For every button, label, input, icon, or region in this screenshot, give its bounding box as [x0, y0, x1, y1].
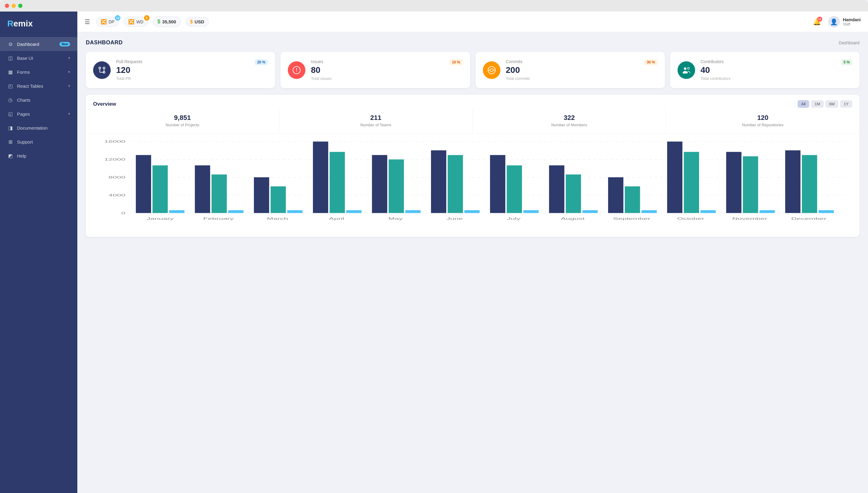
- stat-sub: Total PR: [116, 76, 249, 81]
- notification-bell[interactable]: 🔔 12: [813, 18, 821, 26]
- svg-rect-66: [785, 150, 800, 213]
- sidebar-item-documentation[interactable]: ◨ Documentation: [0, 121, 77, 135]
- stat-teams: 211 Number of Teams: [279, 108, 473, 133]
- dollar-icon: $: [157, 19, 160, 25]
- sidebar-item-label: Dashboard: [17, 42, 56, 47]
- currency-display: $ USD: [186, 17, 209, 27]
- svg-rect-60: [701, 210, 716, 213]
- sidebar-item-charts[interactable]: ◷ Charts: [0, 93, 77, 107]
- members-value: 322: [480, 114, 659, 122]
- filter-all[interactable]: All: [798, 100, 809, 108]
- menu-toggle-button[interactable]: ☰: [85, 18, 90, 25]
- svg-rect-50: [549, 166, 564, 213]
- help-icon: ◩: [7, 153, 13, 159]
- svg-rect-24: [169, 210, 184, 213]
- sidebar-item-forms[interactable]: ▦ Forms ▾: [0, 65, 77, 79]
- svg-rect-22: [136, 155, 151, 213]
- svg-rect-28: [228, 210, 243, 213]
- svg-rect-30: [254, 177, 269, 213]
- filter-6m[interactable]: 6M: [825, 100, 838, 108]
- amount-value: 35,500: [162, 19, 176, 24]
- support-icon: ⊞: [7, 139, 13, 145]
- wd-icon: 🔀: [128, 19, 134, 25]
- stat-info: Pull Requests 120 Total PR: [116, 59, 249, 81]
- close-button[interactable]: [5, 4, 9, 8]
- stat-info: Contributors 40 Total contributors: [701, 59, 836, 81]
- sidebar-item-support[interactable]: ⊞ Support: [0, 135, 77, 149]
- sidebar-item-label: Support: [17, 140, 70, 145]
- svg-rect-40: [405, 210, 420, 213]
- svg-point-7: [490, 69, 493, 72]
- repositories-value: 120: [673, 114, 852, 122]
- members-label: Number of Members: [480, 123, 659, 127]
- dashboard-icon: ⊙: [7, 41, 13, 47]
- contributors-icon: [678, 61, 695, 79]
- wd-label: WD: [136, 19, 143, 24]
- logo-text: Remix: [7, 19, 70, 28]
- page-title: DASHBOARD: [86, 40, 123, 46]
- filter-1y[interactable]: 1Y: [840, 100, 852, 108]
- sidebar-item-dashboard[interactable]: ⊙ Dashboard New: [0, 37, 77, 51]
- currency-icon: $: [190, 19, 193, 25]
- stat-label: Commits: [506, 59, 639, 64]
- stats-grid: Pull Requests 120 Total PR 20 % ! Is: [86, 52, 860, 88]
- stat-info: Commits 200 Total commits: [506, 59, 639, 81]
- svg-rect-56: [641, 210, 657, 213]
- wd-pill[interactable]: 🔀 WD 5: [124, 17, 148, 27]
- bar-chart: 16000 12000 8000 4000 0 January: [91, 138, 855, 236]
- sidebar-item-react-tables[interactable]: ◰ React Tables ▾: [0, 79, 77, 93]
- dp-pill[interactable]: 🔀 DP 12: [96, 17, 119, 27]
- sidebar-item-label: React Tables: [17, 84, 65, 89]
- svg-rect-42: [431, 150, 446, 213]
- currency-value: USD: [195, 19, 204, 24]
- stat-card-pull-requests: Pull Requests 120 Total PR 20 %: [86, 52, 275, 88]
- svg-rect-62: [726, 152, 741, 213]
- stat-projects: 9,851 Number of Projects: [86, 108, 279, 133]
- sidebar: Remix ⊙ Dashboard New ◫ Base UI ▾ ▦ Form…: [0, 12, 77, 493]
- filter-1m[interactable]: 1M: [811, 100, 824, 108]
- wd-badge: 5: [144, 15, 150, 21]
- user-role: Staff: [843, 22, 861, 26]
- teams-value: 211: [287, 114, 465, 122]
- svg-rect-36: [346, 210, 362, 213]
- stat-info: Issues 80 Total issues: [311, 59, 444, 81]
- sidebar-item-label: Documentation: [17, 125, 70, 131]
- maximize-button[interactable]: [18, 4, 22, 8]
- charts-icon: ◷: [7, 97, 13, 103]
- stat-value: 120: [116, 65, 249, 75]
- svg-rect-27: [211, 175, 227, 213]
- svg-rect-47: [507, 166, 522, 213]
- sidebar-item-base-ui[interactable]: ◫ Base UI ▾: [0, 51, 77, 65]
- header: ☰ 🔀 DP 12 🔀 WD 5 $ 35,500 $ USD 🔔: [77, 12, 868, 32]
- stat-badge: 20 %: [255, 59, 268, 65]
- svg-rect-26: [195, 166, 210, 213]
- svg-point-0: [99, 67, 101, 69]
- svg-rect-52: [582, 210, 597, 213]
- chevron-down-icon: ▾: [68, 84, 70, 88]
- base-ui-icon: ◫: [7, 55, 13, 61]
- minimize-button[interactable]: [12, 4, 16, 8]
- overview-filters: All 1M 6M 1Y: [798, 100, 852, 108]
- svg-point-2: [103, 67, 105, 69]
- stat-badge: 5 %: [841, 59, 852, 65]
- stat-sub: Total commits: [506, 76, 639, 81]
- svg-text:January: January: [146, 217, 174, 221]
- stat-card-commits: Commits 200 Total commits 30 %: [476, 52, 665, 88]
- sidebar-item-help[interactable]: ◩ Help: [0, 149, 77, 163]
- breadcrumb: Dashboard: [839, 40, 860, 45]
- sidebar-nav: ⊙ Dashboard New ◫ Base UI ▾ ▦ Forms ▾ ◰ …: [0, 35, 77, 493]
- commits-icon: [483, 61, 500, 79]
- avatar: 👤: [828, 16, 840, 28]
- user-menu[interactable]: 👤 Hamdani Staff: [828, 16, 861, 28]
- dashboard-badge: New: [60, 42, 70, 46]
- sidebar-item-pages[interactable]: ◱ Pages ▾: [0, 107, 77, 121]
- svg-rect-48: [523, 210, 539, 213]
- repositories-label: Number of Repositories: [673, 123, 852, 127]
- logo: Remix: [0, 12, 77, 35]
- stat-card-issues: ! Issues 80 Total issues 10 %: [280, 52, 470, 88]
- svg-rect-59: [684, 152, 699, 213]
- amount-display: $ 35,500: [153, 16, 181, 27]
- svg-text:16000: 16000: [104, 140, 125, 144]
- chevron-down-icon: ▾: [68, 112, 70, 116]
- dp-icon: 🔀: [101, 19, 107, 25]
